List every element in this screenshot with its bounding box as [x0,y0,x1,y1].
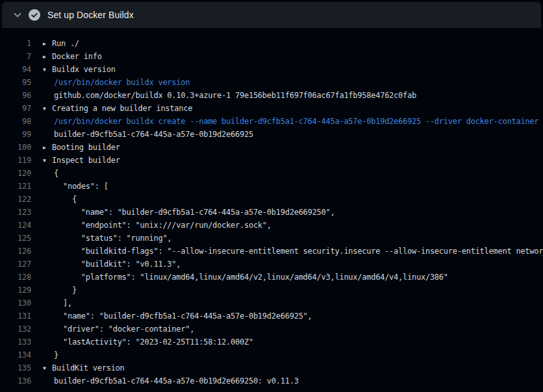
line-text[interactable]: ▼Inspect builder [36,154,543,167]
line-text: github.com/docker/buildx 0.10.3+azure-1 … [36,89,543,102]
log-group-row: 97 ▼Creating a new builder instance [0,102,543,115]
line-text: builder-d9cfb5a1-c764-445a-a57e-0b19d2e6… [36,128,543,141]
line-number[interactable]: 96 [0,89,36,102]
step-header-bar[interactable]: Set up Docker Buildx [2,2,541,28]
line-text: "name": "builder-d9cfb5a1-c764-445a-a57e… [36,206,543,219]
group-toggle-arrow-icon: ▶ [43,38,52,50]
line-text: "lastActivity": "2023-02-25T11:58:12.000… [36,336,543,349]
line-number[interactable]: 97 [0,102,36,115]
line-text: "platforms": "linux/amd64,linux/amd64/v2… [36,271,543,284]
line-number[interactable]: 100 [0,141,36,154]
line-text: builder-d9cfb5a1-c764-445a-a57e-0b19d2e6… [36,374,543,387]
line-text: "buildkitd-flags": "--allow-insecure-ent… [36,245,543,258]
line-number[interactable]: 121 [0,180,36,193]
line-text: ], [36,297,543,310]
line-number[interactable]: 124 [0,219,36,232]
line-number[interactable]: 128 [0,271,36,284]
line-number[interactable]: 135 [0,361,36,374]
group-toggle-arrow-icon: ▼ [43,154,52,167]
line-number[interactable]: 125 [0,232,36,245]
log-line-row: 98 /usr/bin/docker buildx create --name … [0,115,543,128]
group-toggle-arrow-icon: ▶ [43,51,52,63]
step-title: Set up Docker Buildx [47,10,134,20]
log-line-row: 128 "platforms": "linux/amd64,linux/amd6… [0,271,543,284]
log-line-row: 134 } [0,349,543,361]
line-text: "buildkit": "v0.11.3", [36,258,543,271]
line-number[interactable]: 129 [0,284,36,297]
line-text[interactable]: ▼Creating a new builder instance [36,102,543,115]
log-line-row: 120 { [0,167,543,180]
line-text: /usr/bin/docker buildx create --name bui… [36,115,543,128]
log-group-row: 100 ▶Booting builder [0,141,543,154]
log-line-row: 122 { [0,193,543,206]
line-number[interactable]: 94 [0,63,36,76]
chevron-down-icon [12,10,23,20]
line-text: "driver": "docker-container", [36,323,543,336]
group-toggle-arrow-icon: ▼ [43,64,52,76]
log-line-row: 136 builder-d9cfb5a1-c764-445a-a57e-0b19… [0,374,543,387]
line-number[interactable]: 98 [0,115,36,128]
group-toggle-arrow-icon: ▶ [43,141,52,154]
line-number[interactable]: 7 [0,50,36,63]
line-text: { [36,167,543,180]
line-text: } [36,284,543,297]
log-line-row: 124 "endpoint": "unix:///var/run/docker.… [0,219,543,232]
line-number[interactable]: 131 [0,310,36,323]
line-number[interactable]: 133 [0,336,36,349]
log-line-row: 99 builder-d9cfb5a1-c764-445a-a57e-0b19d… [0,128,543,141]
log-group-row: 1 ▶Run ./ [0,37,543,50]
line-number[interactable]: 134 [0,349,36,361]
line-text: "status": "running", [36,232,543,245]
line-text[interactable]: ▼BuildKit version [36,361,543,374]
log-line-row: 126 "buildkitd-flags": "--allow-insecure… [0,245,543,258]
line-number[interactable]: 95 [0,76,36,89]
line-number[interactable]: 127 [0,258,36,271]
line-number[interactable]: 130 [0,297,36,310]
log-line-row: 123 "name": "builder-d9cfb5a1-c764-445a-… [0,206,543,219]
log-line-row: 131 "name": "builder-d9cfb5a1-c764-445a-… [0,310,543,323]
log-line-row: 132 "driver": "docker-container", [0,323,543,336]
line-number[interactable]: 126 [0,245,36,258]
log-line-row: 96 github.com/docker/buildx 0.10.3+azure… [0,89,543,102]
log-area: 1 ▶Run ./ 7 ▶Docker info 94 ▼Buildx vers… [0,28,543,392]
line-number[interactable]: 1 [0,37,36,50]
line-text[interactable]: ▶Docker info [36,50,543,63]
line-text[interactable]: ▶Run ./ [36,37,543,50]
line-number[interactable]: 99 [0,128,36,141]
line-text: "name": "builder-d9cfb5a1-c764-445a-a57e… [36,310,543,323]
group-toggle-arrow-icon: ▼ [43,362,52,374]
line-number[interactable]: 132 [0,323,36,336]
line-number[interactable]: 119 [0,154,36,167]
line-text: { [36,193,543,206]
log-group-row: 135 ▼BuildKit version [0,361,543,374]
line-number[interactable]: 122 [0,193,36,206]
log-group-row: 119 ▼Inspect builder [0,154,543,167]
log-line-row: 95 /usr/bin/docker buildx version [0,76,543,89]
line-text[interactable]: ▼Buildx version [36,63,543,76]
log-group-row: 94 ▼Buildx version [0,63,543,76]
line-text: "endpoint": "unix:///var/run/docker.sock… [36,219,543,232]
log-group-row: 7 ▶Docker info [0,50,543,63]
group-toggle-arrow-icon: ▼ [43,103,52,115]
log-line-row: 127 "buildkit": "v0.11.3", [0,258,543,271]
line-number[interactable]: 120 [0,167,36,180]
line-text[interactable]: ▶Booting builder [36,141,543,154]
line-text: "nodes": [ [36,180,543,193]
line-number[interactable]: 123 [0,206,36,219]
log-line-row: 129 } [0,284,543,297]
log-line-row: 121 "nodes": [ [0,180,543,193]
log-line-row: 133 "lastActivity": "2023-02-25T11:58:12… [0,336,543,349]
line-text: /usr/bin/docker buildx version [36,76,543,89]
check-circle-icon [29,9,40,21]
log-line-row: 130 ], [0,297,543,310]
line-number[interactable]: 136 [0,374,36,387]
log-line-row: 125 "status": "running", [0,232,543,245]
line-text: } [36,349,543,361]
